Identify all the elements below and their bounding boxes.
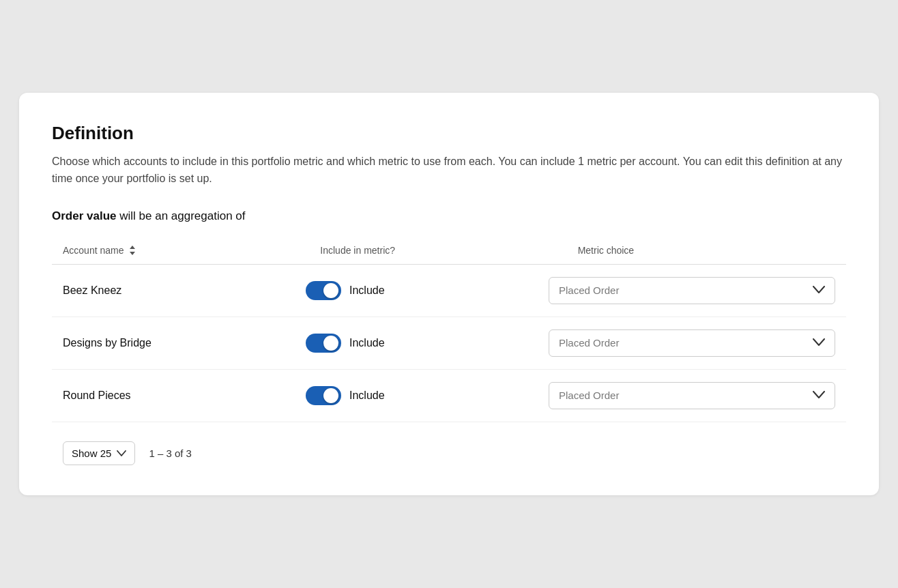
account-name-designs-bridge: Designs by Bridge [63,337,306,349]
sort-icon[interactable] [128,245,136,256]
account-name-beez-kneez: Beez Kneez [63,284,306,297]
aggregation-label: Order value will be an aggregation of [52,209,846,223]
toggle-thumb [323,336,338,351]
metric-value-beez-kneez: Placed Order [559,284,619,296]
pagination-row: Show 25 1 – 3 of 3 [52,441,846,465]
toggle-cell-beez-kneez: Include [306,281,549,300]
account-name-round-pieces: Round Pieces [63,389,306,402]
toggle-thumb [323,388,338,403]
table-row: Beez Kneez Include Placed Order [52,265,846,317]
table-row: Designs by Bridge Include Placed Order [52,317,846,370]
metric-value-designs-bridge: Placed Order [559,337,619,349]
pagination-info: 1 – 3 of 3 [149,447,192,459]
include-label-beez-kneez: Include [349,284,385,297]
page-title: Definition [52,123,846,144]
toggle-cell-round-pieces: Include [306,386,549,405]
header-include-in-metric: Include in metric? [320,245,577,256]
show-select-chevron-icon [117,447,126,458]
toggle-designs-bridge[interactable] [306,334,341,353]
chevron-down-icon [813,284,825,297]
show-select-label: Show 25 [72,447,111,459]
definition-card: Definition Choose which accounts to incl… [19,93,879,495]
table-row: Round Pieces Include Placed Order [52,370,846,422]
toggle-cell-designs-bridge: Include [306,334,549,353]
toggle-beez-kneez[interactable] [306,281,341,300]
header-account-name: Account name [63,245,320,256]
metric-select-designs-bridge[interactable]: Placed Order [549,329,835,357]
include-label-designs-bridge: Include [349,337,385,349]
table-header: Account name Include in metric? Metric c… [52,239,846,265]
header-metric-choice: Metric choice [578,245,835,256]
accounts-table: Account name Include in metric? Metric c… [52,239,846,422]
metric-select-beez-kneez[interactable]: Placed Order [549,277,835,304]
toggle-round-pieces[interactable] [306,386,341,405]
chevron-down-icon [813,337,825,349]
section-description: Choose which accounts to include in this… [52,153,843,188]
metric-value-round-pieces: Placed Order [559,389,619,401]
aggregation-label-rest: will be an aggregation of [117,209,246,222]
toggle-track [306,281,341,300]
include-label-round-pieces: Include [349,389,385,402]
metric-select-round-pieces[interactable]: Placed Order [549,382,835,409]
toggle-thumb [323,283,338,298]
toggle-track [306,386,341,405]
show-select[interactable]: Show 25 [63,441,135,465]
aggregation-label-bold: Order value [52,209,117,222]
toggle-track [306,334,341,353]
chevron-down-icon [813,389,825,402]
